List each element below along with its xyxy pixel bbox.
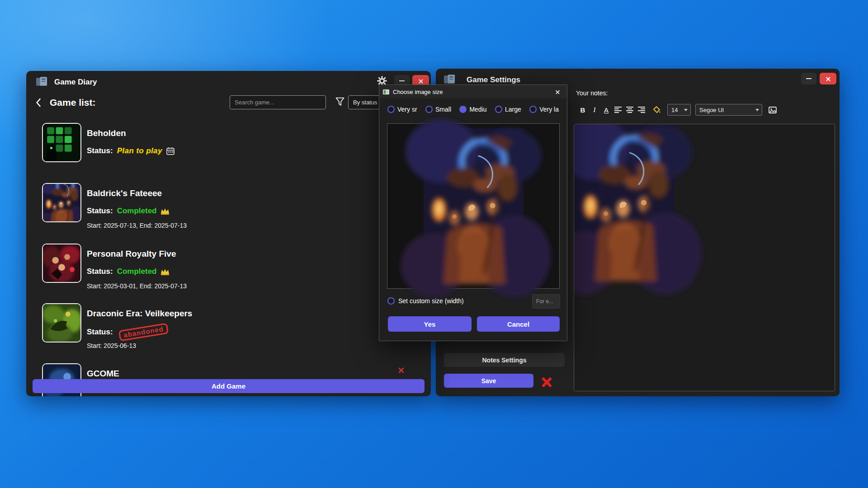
close-icon: [826, 76, 831, 81]
italic-button[interactable]: I: [589, 106, 600, 114]
dialog-titlebar[interactable]: Choose image size: [379, 85, 567, 99]
font-size-select[interactable]: 14: [667, 104, 691, 116]
crown-icon: [160, 207, 170, 215]
chevron-down-icon: [684, 109, 688, 111]
custom-size-label: Set custom size (width): [398, 297, 464, 305]
notes-settings-button[interactable]: Notes Settings: [444, 353, 565, 367]
game-row-personal-royalty[interactable]: Personal Royalty Five Status: Completed …: [26, 244, 431, 302]
status-label: Status:: [87, 267, 113, 276]
game-dates: Start: 2025-06-13: [87, 342, 136, 349]
align-left-button[interactable]: [614, 106, 622, 113]
save-label: Save: [481, 377, 496, 385]
radio-icon-selected: [459, 106, 467, 113]
status-value: Plan to play: [117, 146, 162, 155]
insert-image-button[interactable]: [769, 107, 777, 113]
font-size-value: 14: [671, 107, 678, 113]
window-title: Game Diary: [54, 78, 97, 87]
radio-icon: [425, 106, 433, 113]
radio-icon: [529, 106, 537, 113]
window-title: Game Settings: [467, 75, 520, 84]
align-right-button[interactable]: [638, 106, 645, 113]
yes-label: Yes: [424, 320, 436, 328]
status-filter-value: By status: [353, 99, 377, 106]
image-preview-frame: [387, 123, 560, 289]
save-button[interactable]: Save: [444, 374, 533, 388]
dialog-close-button[interactable]: [552, 86, 563, 98]
size-radio-group: Very sr Small Mediu Large Very la: [387, 106, 559, 113]
radio-medium[interactable]: Mediu: [459, 106, 486, 113]
remove-game-icon[interactable]: [398, 366, 405, 373]
image-preview: [424, 128, 524, 284]
game-dates: Start: 2025-07-13, End: 2025-07-13: [87, 222, 187, 229]
radio-very-small[interactable]: Very sr: [387, 106, 417, 113]
radio-label: Mediu: [469, 106, 486, 113]
notes-settings-label: Notes Settings: [482, 357, 526, 364]
minimize-button[interactable]: [801, 73, 816, 84]
notes-editor[interactable]: [574, 124, 835, 391]
calendar-icon: [166, 147, 175, 155]
add-game-button[interactable]: Add Game: [33, 379, 425, 393]
custom-size-input[interactable]: [532, 294, 560, 309]
highlight-color-button[interactable]: [653, 106, 660, 114]
custom-size-radio[interactable]: Set custom size (width): [387, 297, 464, 305]
status-value: Completed: [117, 267, 157, 276]
discard-icon[interactable]: [541, 375, 553, 387]
minimize-icon: [806, 78, 811, 79]
radio-icon: [495, 106, 502, 113]
filter-icon[interactable]: [335, 97, 344, 106]
radio-small[interactable]: Small: [425, 106, 451, 113]
game-title: Draconic Era: Veilkeepers: [87, 309, 192, 319]
radio-label: Large: [505, 106, 521, 113]
game-thumbnail: [42, 123, 81, 162]
desktop: { "accent": "#5f5ae0", "game_diary": { "…: [0, 0, 868, 488]
game-thumbnail: [42, 183, 81, 222]
close-icon: [418, 78, 424, 84]
status-label: Status:: [87, 328, 113, 337]
game-row-baldricks-fate[interactable]: Baldrick's Fateeee Status: Completed Sta…: [26, 183, 431, 242]
app-icon: [444, 75, 455, 84]
minimize-icon: [399, 80, 405, 81]
page-title: Game list:: [50, 97, 96, 108]
game-row-draconic-era[interactable]: Draconic Era: Veilkeepers Status: abando…: [26, 303, 431, 362]
bold-button[interactable]: B: [577, 106, 589, 114]
game-title: Beholden: [87, 128, 126, 138]
add-game-label: Add Game: [212, 382, 245, 390]
radio-label: Very la: [539, 106, 559, 113]
yes-button[interactable]: Yes: [388, 316, 472, 332]
close-icon: [555, 89, 560, 94]
back-icon[interactable]: [35, 98, 42, 107]
font-family-select[interactable]: Segoe UI: [695, 104, 762, 116]
radio-very-large[interactable]: Very la: [529, 106, 559, 113]
notes-label: Your notes:: [576, 89, 608, 97]
close-button[interactable]: [820, 73, 836, 84]
crown-icon: [160, 268, 170, 275]
status-label: Status:: [87, 206, 113, 216]
cancel-button[interactable]: Cancel: [477, 316, 560, 332]
cancel-label: Cancel: [507, 320, 529, 328]
radio-icon: [387, 297, 395, 305]
game-diary-window: Game Diary Game list: By status Beholden…: [26, 71, 431, 396]
status-value: Completed: [117, 206, 157, 216]
game-title: GCOME: [87, 369, 119, 379]
game-row-beholden[interactable]: Beholden Status: Plan to play: [26, 123, 431, 182]
game-title: Baldrick's Fateeee: [87, 188, 162, 198]
chevron-down-icon: [755, 109, 759, 111]
note-game-image: [575, 125, 675, 281]
underline-button[interactable]: A: [600, 106, 612, 114]
status-value-abandoned-stamp: abandoned: [118, 323, 168, 342]
richtext-toolbar: B I A 14 Segoe UI: [577, 103, 779, 117]
game-diary-titlebar[interactable]: Game Diary: [26, 71, 431, 92]
radio-label: Small: [435, 106, 451, 113]
search-input[interactable]: [230, 95, 326, 109]
status-label: Status:: [87, 146, 113, 155]
game-dates: Start: 2025-03-01, End: 2025-07-13: [87, 282, 187, 290]
choose-image-size-dialog: Choose image size Very sr Small Mediu La…: [379, 84, 567, 341]
game-thumbnail: [42, 244, 81, 283]
radio-large[interactable]: Large: [495, 106, 521, 113]
app-icon: [36, 77, 47, 86]
dialog-title: Choose image size: [393, 89, 443, 95]
align-center-button[interactable]: [626, 106, 633, 113]
game-title: Personal Royalty Five: [87, 249, 176, 259]
font-family-value: Segoe UI: [699, 107, 724, 113]
radio-label: Very sr: [397, 106, 417, 113]
